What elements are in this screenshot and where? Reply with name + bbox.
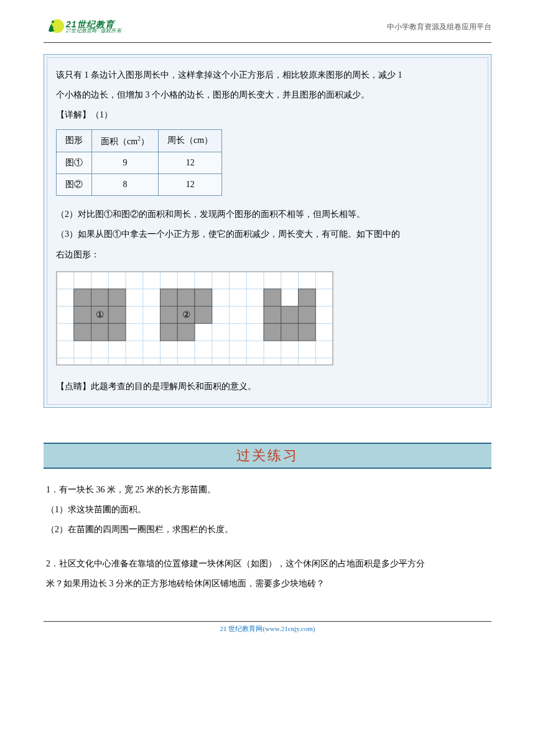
logo-en-text: 27世纪教育网 · 版权所有	[66, 29, 121, 34]
page-header: 21世纪教育 27世纪教育网 · 版权所有 中小学教育资源及组卷应用平台	[44, 17, 491, 36]
svg-rect-46	[299, 289, 316, 307]
svg-rect-37	[177, 289, 195, 307]
q2-line-a: 2．社区文化中心准备在靠墙的位置修建一块休闲区（如图），这个休闲区的占地面积是多…	[46, 554, 491, 574]
svg-rect-34	[108, 323, 126, 341]
grid-figure: ①②	[56, 271, 333, 366]
svg-rect-26	[74, 289, 91, 307]
svg-rect-47	[264, 306, 281, 323]
th-perimeter: 周长（cm）	[159, 129, 222, 152]
svg-rect-32	[74, 323, 91, 341]
intro-line-2: 个小格的边长，但增加 3 个小格的边长，图形的周长变大，并且图形的面积减少。	[56, 85, 479, 105]
logo: 21世纪教育 27世纪教育网 · 版权所有	[44, 17, 121, 36]
table-row: 图① 9 12	[57, 152, 222, 174]
header-right-text: 中小学教育资源及组卷应用平台	[387, 22, 491, 32]
svg-text:①: ①	[96, 310, 104, 320]
para-2: （2）对比图①和图②的面积和周长，发现两个图形的面积不相等，但周长相等。	[56, 205, 479, 224]
svg-rect-48	[281, 306, 299, 323]
q1-sub2: （2）在苗圃的四周围一圈围栏，求围栏的长度。	[46, 520, 491, 540]
svg-rect-49	[299, 306, 316, 323]
svg-rect-50	[264, 323, 281, 341]
exercise-1: 1．有一块长 36 米，宽 25 米的长方形苗圃。 （1）求这块苗圃的面积。 （…	[46, 480, 491, 540]
svg-rect-51	[281, 323, 299, 341]
svg-rect-31	[108, 306, 126, 323]
intro-line-1: 该只有 1 条边计入图形周长中，这样拿掉这个小正方形后，相比较原来图形的周长，减…	[56, 65, 479, 85]
detail-label: 【详解】（1）	[56, 105, 479, 125]
banner-text: 过关练习	[236, 448, 299, 463]
area-perimeter-table: 图形 面积（cm2） 周长（cm） 图① 9 12 图② 8 12	[56, 129, 222, 196]
q2-line-b: 米？如果用边长 3 分米的正方形地砖给休闲区铺地面，需要多少块地砖？	[46, 574, 491, 594]
cell-area: 8	[92, 174, 159, 196]
th-area: 面积（cm2）	[92, 129, 159, 152]
svg-rect-28	[108, 289, 126, 307]
svg-rect-42	[160, 323, 178, 341]
section-banner: 过关练习	[44, 443, 491, 469]
table-row: 图② 8 12	[57, 174, 222, 196]
para-3b: 右边图形：	[56, 245, 479, 265]
header-divider	[44, 42, 491, 43]
svg-rect-52	[299, 323, 316, 341]
cell-shape: 图①	[57, 152, 92, 174]
footer-divider	[44, 621, 491, 622]
exercise-2: 2．社区文化中心准备在靠墙的位置修建一块休闲区（如图），这个休闲区的占地面积是多…	[46, 554, 491, 594]
q1-main: 1．有一块长 36 米，宽 25 米的长方形苗圃。	[46, 480, 491, 500]
para-3a: （3）如果从图①中拿去一个小正方形，使它的面积减少，周长变大，有可能。如下图中的	[56, 224, 479, 244]
svg-rect-43	[177, 323, 195, 341]
logo-cn-text: 21世纪教育	[66, 20, 121, 29]
solution-box: 该只有 1 条边计入图形周长中，这样拿掉这个小正方形后，相比较原来图形的周长，减…	[44, 54, 491, 408]
point-label: 【点睛】此题考查的目的是理解周长和面积的意义。	[56, 377, 479, 397]
svg-rect-36	[160, 289, 178, 307]
cell-perimeter: 12	[159, 174, 222, 196]
cell-shape: 图②	[57, 174, 92, 196]
svg-rect-45	[264, 289, 281, 307]
svg-rect-29	[74, 306, 91, 323]
svg-rect-39	[160, 306, 178, 323]
cell-perimeter: 12	[159, 152, 222, 174]
logo-icon	[44, 17, 65, 36]
cell-area: 9	[92, 152, 159, 174]
page-footer: 21 世纪教育网(www.21cnjy.com)	[44, 621, 491, 634]
svg-rect-41	[195, 306, 212, 323]
footer-text: 21 世纪教育网(www.21cnjy.com)	[220, 625, 315, 632]
svg-text:②: ②	[182, 310, 190, 320]
svg-point-1	[52, 21, 54, 23]
q1-sub1: （1）求这块苗圃的面积。	[46, 500, 491, 520]
svg-rect-38	[195, 289, 212, 307]
th-shape: 图形	[57, 129, 92, 152]
svg-rect-27	[91, 289, 109, 307]
svg-rect-33	[91, 323, 109, 341]
